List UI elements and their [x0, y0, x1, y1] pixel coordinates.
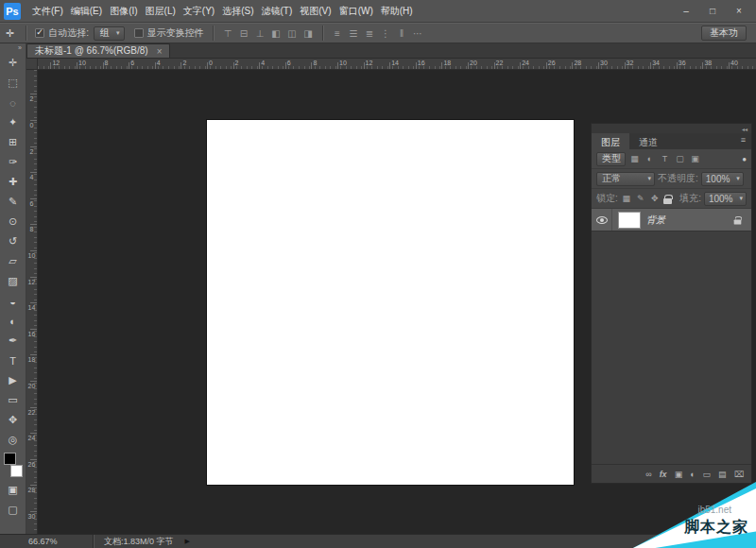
blur-tool[interactable]: ◒ [2, 291, 25, 311]
menu-item-image[interactable]: 图像(I) [106, 0, 141, 23]
ruler-tick [546, 62, 547, 69]
crop-tool[interactable]: ⊞ [2, 132, 25, 152]
panel-menu-icon[interactable]: ≡ [735, 133, 751, 149]
dodge-tool[interactable]: ◐ [2, 311, 25, 331]
menu-item-edit[interactable]: 编辑(E) [67, 0, 106, 23]
tab-channels[interactable]: 通道 [629, 133, 667, 149]
workspace-switcher-button[interactable]: 基本功 [701, 26, 747, 41]
brush-tool[interactable]: ✎ [2, 192, 25, 212]
new-group-icon[interactable]: ▭ [703, 470, 712, 479]
delete-layer-icon[interactable]: ⌧ [734, 470, 744, 479]
color-swatches[interactable] [2, 452, 25, 478]
hand-tool[interactable]: ✥ [2, 410, 25, 430]
quick-mask-button[interactable]: ▣ [2, 480, 25, 500]
clone-stamp-tool[interactable]: ⊙ [2, 212, 25, 231]
close-button[interactable]: × [728, 4, 750, 19]
new-adjustment-layer-icon[interactable]: ◐ [690, 470, 695, 479]
distribute-vertical-centers-icon[interactable]: ☰ [347, 28, 361, 39]
menu-item-file[interactable]: 文件(F) [28, 0, 67, 23]
distribute-top-edges-icon[interactable]: ≡ [331, 28, 345, 39]
auto-select-dropdown[interactable]: 组 ▾ [94, 26, 125, 41]
filter-smart-objects-icon[interactable]: ▣ [689, 154, 701, 163]
show-transform-checkbox[interactable] [134, 28, 144, 38]
zoom-level-field[interactable]: 66.67% [28, 537, 93, 546]
filter-pixel-layers-icon[interactable]: ▦ [628, 154, 641, 163]
layer-row-background[interactable]: 背景 [592, 209, 751, 231]
quick-selection-tool[interactable]: ✦ [2, 112, 25, 132]
distribute-horizontal-centers-icon[interactable]: ‖ [395, 28, 409, 39]
align-horizontal-centers-icon[interactable]: ◫ [285, 28, 300, 39]
minimize-button[interactable]: – [675, 4, 697, 19]
menu-item-filter[interactable]: 滤镜(T) [258, 0, 297, 23]
layer-styles-icon[interactable]: fx [660, 470, 667, 479]
visibility-cell[interactable] [592, 209, 612, 231]
pen-tool[interactable]: ✒ [2, 331, 25, 351]
lasso-tool[interactable]: ◌ [2, 93, 25, 112]
add-layer-mask-icon[interactable]: ▣ [675, 470, 683, 479]
ruler-label: 2 [182, 59, 186, 67]
menu-item-select[interactable]: 选择(S) [218, 0, 257, 23]
spot-healing-brush-tool[interactable]: ✚ [2, 172, 25, 192]
zoom-tool[interactable]: ◎ [2, 430, 25, 450]
status-flyout-icon[interactable]: ▶ [185, 538, 190, 545]
ruler-label: 16 [26, 331, 37, 338]
lock-position-icon[interactable]: ✥ [649, 194, 661, 203]
align-left-edges-icon[interactable]: ◧ [269, 28, 284, 39]
move-tool[interactable]: ✛ [2, 53, 25, 73]
history-brush-tool[interactable]: ↺ [2, 231, 25, 251]
lock-all-icon[interactable] [663, 198, 672, 204]
eye-icon[interactable] [596, 216, 608, 224]
filter-shape-layers-icon[interactable]: ▢ [674, 154, 686, 163]
rectangular-marquee-tool[interactable]: ⬚ [2, 73, 25, 93]
horizontal-ruler[interactable]: 1210864202468101214161820222426283032343… [38, 59, 756, 70]
background-color-swatch[interactable] [10, 465, 23, 477]
eraser-tool[interactable]: ▱ [2, 251, 25, 271]
lock-transparent-pixels-icon[interactable]: ▦ [621, 194, 632, 203]
horizontal-type-tool[interactable]: T [2, 351, 25, 370]
ruler-tick [30, 511, 37, 512]
link-layers-icon[interactable]: ∞ [645, 470, 651, 479]
align-right-edges-icon[interactable]: ◨ [301, 28, 316, 39]
distribute-right-edges-icon[interactable]: ⋯ [411, 28, 425, 39]
filter-kind-dropdown[interactable]: 类型 [596, 152, 626, 166]
document-tab-bar: 未标题-1 @ 66.7%(RGB/8) × [26, 43, 756, 59]
ruler-tick [30, 354, 37, 355]
distribute-left-edges-icon[interactable]: ⋮ [379, 28, 393, 39]
maximize-button[interactable]: □ [701, 4, 724, 19]
menu-item-type[interactable]: 文字(Y) [180, 0, 218, 23]
lock-image-pixels-icon[interactable]: ✎ [635, 194, 646, 203]
align-vertical-centers-icon[interactable]: ⊟ [237, 28, 251, 39]
collapse-panels-icon[interactable]: ◂◂ [742, 126, 747, 132]
align-top-edges-icon[interactable]: ⊤ [221, 28, 235, 39]
menu-bar: Ps 文件(F) 编辑(E) 图像(I) 图层(L) 文字(Y) 选择(S) 滤… [0, 0, 756, 23]
auto-select-checkbox[interactable] [35, 28, 44, 38]
eyedropper-tool[interactable]: ✑ [2, 152, 25, 172]
fill-field[interactable]: 100% ▾ [704, 192, 747, 206]
foreground-color-swatch[interactable] [4, 453, 16, 465]
menu-item-window[interactable]: 窗口(W) [335, 0, 377, 23]
layer-thumbnail[interactable] [618, 212, 641, 229]
gradient-tool[interactable]: ▨ [2, 271, 25, 291]
menu-item-view[interactable]: 视图(V) [296, 0, 335, 23]
screen-mode-button[interactable]: ▢ [2, 500, 25, 520]
new-layer-icon[interactable]: ▤ [718, 470, 727, 479]
tab-close-icon[interactable]: × [157, 46, 163, 57]
align-bottom-edges-icon[interactable]: ⊥ [253, 28, 267, 39]
filter-toggle-icon[interactable]: ● [742, 155, 747, 163]
toolbar-collapse-icon[interactable]: » [18, 43, 26, 53]
opacity-field[interactable]: 100% ▾ [701, 172, 744, 186]
blend-mode-dropdown[interactable]: 正常 ▾ [596, 172, 655, 186]
chevron-down-icon: ▾ [736, 175, 740, 182]
menu-item-layer[interactable]: 图层(L) [142, 0, 180, 23]
rectangle-tool[interactable]: ▭ [2, 390, 25, 410]
canvas[interactable] [207, 120, 574, 485]
filter-adjustment-layers-icon[interactable]: ◐ [644, 154, 656, 163]
filter-type-layers-icon[interactable]: T [659, 154, 671, 163]
menu-item-help[interactable]: 帮助(H) [377, 0, 417, 23]
path-selection-tool[interactable]: ▶ [2, 370, 25, 390]
tab-layers[interactable]: 图层 [592, 133, 629, 149]
document-tab[interactable]: 未标题-1 @ 66.7%(RGB/8) × [26, 43, 170, 58]
distribute-bottom-edges-icon[interactable]: ≣ [363, 28, 377, 39]
vertical-ruler[interactable]: 2024681012141618202224262830 [26, 70, 38, 534]
lock-label: 锁定: [596, 192, 618, 205]
